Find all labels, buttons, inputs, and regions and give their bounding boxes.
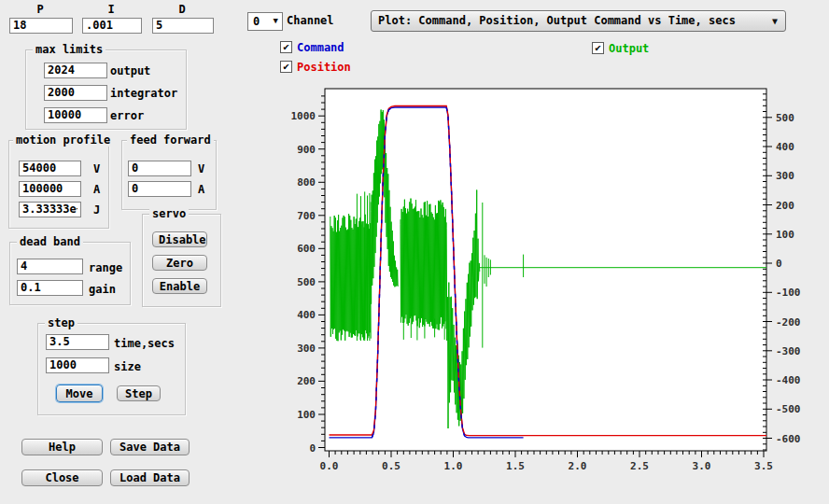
output-chart: 0100200300400500600700800900100050040030… bbox=[0, 0, 829, 504]
axis-tick-label: 900 bbox=[297, 144, 316, 156]
axis-tick-label: -500 bbox=[776, 403, 801, 415]
axis-tick-label: -600 bbox=[776, 433, 801, 445]
axis-tick-label: 3.0 bbox=[693, 460, 711, 472]
axis-tick-label: 500 bbox=[297, 276, 316, 288]
axis-tick-label: 500 bbox=[776, 112, 794, 124]
axis-tick-label: 0.0 bbox=[320, 460, 339, 472]
axis-tick-label: 0.5 bbox=[382, 460, 400, 472]
axis-tick-label: 200 bbox=[297, 375, 316, 387]
axis-tick-label: -300 bbox=[776, 345, 801, 357]
axis-tick-label: 700 bbox=[297, 210, 316, 222]
axis-tick-label: 300 bbox=[776, 170, 794, 182]
axis-tick-label: 2.5 bbox=[630, 460, 649, 472]
axis-tick-label: -200 bbox=[776, 316, 801, 329]
axis-tick-label: 1.0 bbox=[444, 460, 463, 472]
axis-tick-label: 400 bbox=[776, 141, 794, 153]
axis-tick-label: 800 bbox=[297, 176, 316, 189]
axis-tick-label: 0 bbox=[309, 442, 316, 455]
axis-tick-label: 0 bbox=[776, 258, 782, 270]
axis-tick-label: 2.0 bbox=[569, 460, 587, 472]
axis-tick-label: 400 bbox=[297, 309, 316, 321]
axis-tick-label: 3.5 bbox=[754, 460, 773, 472]
axis-tick-label: 200 bbox=[776, 200, 794, 212]
axis-tick-label: 100 bbox=[776, 229, 794, 241]
axis-tick-label: -100 bbox=[776, 287, 801, 299]
axis-tick-label: 300 bbox=[297, 343, 316, 355]
axis-tick-label: 1000 bbox=[291, 110, 316, 122]
axis-tick-label: 600 bbox=[297, 243, 316, 255]
axis-tick-label: -400 bbox=[776, 374, 801, 386]
axis-tick-label: 1.5 bbox=[506, 460, 525, 472]
axis-tick-label: 100 bbox=[297, 409, 316, 421]
servo-tuning-app: { "icons": {"dropdown": "▼", "check": "✔… bbox=[0, 0, 829, 504]
